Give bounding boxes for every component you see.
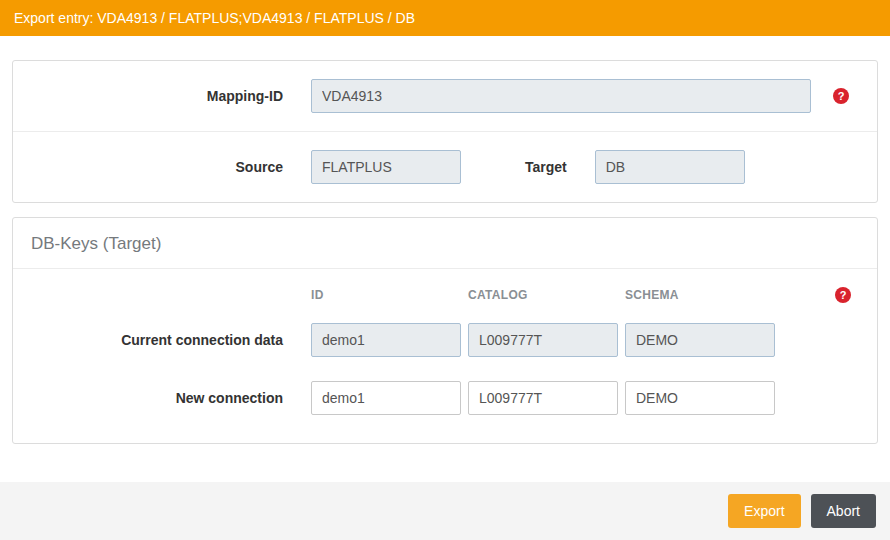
export-button[interactable]: Export — [728, 494, 800, 528]
column-header-catalog: CATALOG — [468, 288, 625, 302]
column-header-schema: SCHEMA — [625, 288, 782, 302]
new-connection-row: New connection — [13, 369, 877, 427]
dbkeys-help-icon[interactable]: ? — [835, 287, 851, 303]
source-input[interactable] — [311, 150, 461, 184]
dbkeys-panel-title: DB-Keys (Target) — [13, 218, 877, 269]
new-connection-id-input[interactable] — [311, 381, 461, 415]
export-entry-title-bar: Export entry: VDA4913 / FLATPLUS;VDA4913… — [0, 0, 890, 36]
mapping-id-label: Mapping-ID — [31, 88, 311, 104]
column-header-id: ID — [311, 288, 468, 302]
new-connection-label: New connection — [31, 390, 311, 406]
target-input[interactable] — [595, 150, 745, 184]
current-connection-row: Current connection data — [13, 311, 877, 369]
current-connection-id-input[interactable] — [311, 323, 461, 357]
current-connection-schema-input[interactable] — [625, 323, 775, 357]
page-title: Export entry: VDA4913 / FLATPLUS;VDA4913… — [14, 10, 415, 26]
action-footer: Export Abort — [0, 482, 890, 540]
mapping-id-row: Mapping-ID ? — [13, 61, 877, 131]
dbkeys-panel: DB-Keys (Target) ID CATALOG SCHEMA ? Cur… — [12, 217, 878, 444]
new-connection-schema-input[interactable] — [625, 381, 775, 415]
source-target-row: Source Target — [13, 131, 877, 202]
mapping-panel: Mapping-ID ? Source Target — [12, 60, 878, 203]
mapping-id-input[interactable] — [311, 79, 811, 113]
target-label: Target — [525, 159, 567, 175]
mapping-id-help-icon[interactable]: ? — [833, 88, 849, 104]
new-connection-catalog-input[interactable] — [468, 381, 618, 415]
abort-button[interactable]: Abort — [811, 494, 876, 528]
current-connection-catalog-input[interactable] — [468, 323, 618, 357]
current-connection-label: Current connection data — [31, 332, 311, 348]
dbkeys-bottom-padding — [13, 427, 877, 443]
dbkeys-column-header-row: ID CATALOG SCHEMA ? — [13, 269, 877, 311]
source-label: Source — [31, 159, 311, 175]
